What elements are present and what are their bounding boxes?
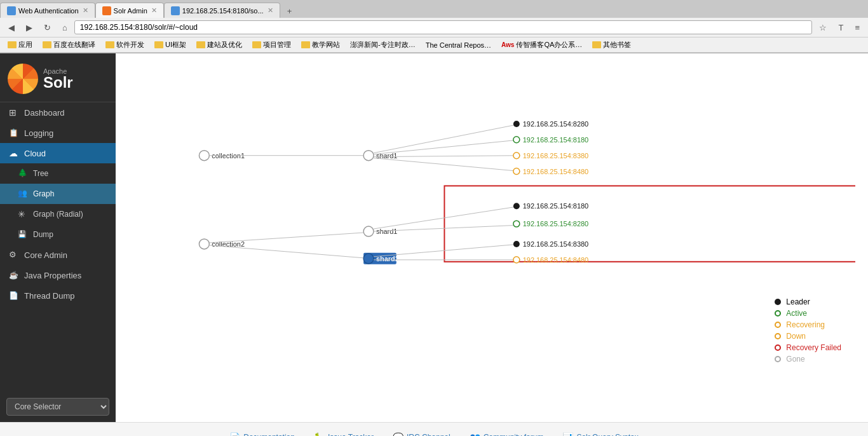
app-container: Apache Solr Dashboard Logging Cloud Tree — [0, 53, 868, 422]
threaddump-icon — [9, 290, 19, 301]
tab-close[interactable]: ✕ — [151, 6, 157, 15]
c2-shard1-node[interactable] — [363, 226, 374, 236]
star-button[interactable]: ☆ — [815, 21, 831, 34]
browser-toolbar: ◀ ▶ ↻ ⌂ ☆ T ≡ — [0, 18, 868, 37]
bookmark-build[interactable]: 建站及优化 — [193, 39, 246, 51]
bookmark-others[interactable]: 其他书签 — [588, 39, 635, 51]
dashboard-icon — [9, 107, 19, 118]
tab-label: Web Authentication — [18, 7, 79, 15]
tab-solr-url[interactable]: 192.168.25.154:8180/so... ✕ — [164, 3, 280, 18]
footer-community-label: Community forum — [484, 433, 544, 437]
query-icon: 📊 — [562, 432, 573, 437]
sidebar-item-tree[interactable]: Tree — [0, 163, 116, 184]
footer-link-documentation[interactable]: 📄 Documentation — [229, 432, 295, 437]
translate-button[interactable]: T — [834, 21, 848, 34]
sidebar-item-java-properties[interactable]: Java Properties — [0, 265, 116, 285]
home-button[interactable]: ⌂ — [58, 21, 72, 34]
footer-link-issue-tracker[interactable]: 🐛 Issue Tracker — [314, 432, 374, 437]
footer-link-community-forum[interactable]: 👥 Community forum — [470, 432, 544, 437]
core-selector[interactable]: Core Selector — [6, 398, 109, 416]
c1-s1-n3-dot — [513, 153, 520, 159]
c2-s2-n2-dot — [513, 257, 520, 263]
sidebar-item-label: Dashboard — [24, 108, 65, 118]
c1-s1-n1-dot — [513, 121, 520, 127]
new-tab-button[interactable]: + — [283, 4, 297, 18]
sidebar-item-logging[interactable]: Logging — [0, 123, 116, 143]
legend-dot-down — [775, 333, 781, 339]
bookmark-baidu[interactable]: 百度在线翻译 — [39, 39, 99, 51]
legend: Leader Active Recovering Down Recovery F… — [767, 292, 849, 371]
sidebar-item-thread-dump[interactable]: Thread Dump — [0, 285, 116, 306]
legend-label-down: Down — [786, 332, 806, 341]
main-content: collection1 shard1 192.168.25.154:8280 1… — [116, 53, 868, 422]
sidebar-item-cloud[interactable]: Cloud — [0, 143, 116, 163]
legend-label-active: Active — [786, 309, 807, 318]
c1-s1-n3-ip: 192.168.25.154:8380 — [523, 152, 588, 160]
legend-label-recovery-failed: Recovery Failed — [786, 343, 841, 352]
bookmark-apps[interactable]: 应用 — [4, 39, 36, 51]
collection2-node[interactable] — [199, 239, 209, 249]
bookmark-qa[interactable]: Aws 传智播客QA办公系… — [498, 39, 586, 51]
collection1-node[interactable] — [199, 151, 209, 161]
sidebar-item-label: Cloud — [24, 149, 46, 158]
folder-icon — [592, 41, 601, 48]
c2-s2-n2-ip: 192.168.25.154:8480 — [523, 256, 588, 264]
c2-to-shard2-line — [209, 245, 363, 258]
folder-icon — [301, 41, 310, 48]
c2-s1-n1-ip: 192.168.25.154:8180 — [523, 202, 588, 210]
c2-to-shard1-line — [209, 233, 363, 243]
browser-chrome: Web Authentication ✕ Solr Admin ✕ 192.16… — [0, 0, 868, 53]
sidebar-item-label: Core Admin — [24, 250, 67, 260]
sidebar: Apache Solr Dashboard Logging Cloud Tree — [0, 53, 116, 422]
tab-web-auth[interactable]: Web Authentication ✕ — [0, 3, 95, 18]
tab-close[interactable]: ✕ — [268, 6, 273, 15]
tree-icon — [18, 168, 28, 179]
folder-icon — [252, 41, 261, 48]
tab-close[interactable]: ✕ — [83, 6, 88, 15]
back-button[interactable]: ◀ — [4, 21, 19, 34]
bug-icon: 🐛 — [314, 432, 325, 437]
c1-s1-n2-ip: 192.168.25.154:8180 — [523, 136, 588, 144]
address-bar[interactable] — [74, 20, 813, 34]
legend-item-gone: Gone — [775, 355, 841, 364]
legend-label-gone: Gone — [786, 355, 804, 364]
c2-shard1-to-n1-line — [374, 206, 520, 229]
c2-s1-n2-dot — [513, 221, 520, 227]
browser-tabs: Web Authentication ✕ Solr Admin ✕ 192.16… — [0, 0, 868, 18]
logo-text: Apache Solr — [43, 67, 73, 90]
logo-solr: Solr — [43, 75, 73, 90]
cloud-icon — [9, 148, 19, 158]
legend-item-active: Active — [775, 309, 841, 318]
forward-button[interactable]: ▶ — [22, 21, 37, 34]
community-icon: 👥 — [470, 432, 480, 437]
sidebar-item-graph-radial[interactable]: Graph (Radial) — [0, 204, 116, 224]
footer-link-irc-channel[interactable]: 💬 IRC Channel — [393, 432, 451, 437]
menu-button[interactable]: ≡ — [850, 21, 864, 34]
bookmark-central[interactable]: The Central Repos… — [422, 40, 495, 50]
tab-solr-admin[interactable]: Solr Admin ✕ — [95, 3, 164, 18]
c2-shard2-node[interactable] — [363, 254, 374, 264]
reload-button[interactable]: ↻ — [39, 21, 55, 34]
legend-item-down: Down — [775, 332, 841, 341]
bookmark-ui[interactable]: UI框架 — [151, 39, 190, 51]
graph-icon — [18, 189, 28, 199]
shard1-to-n1-line — [374, 124, 520, 153]
legend-item-leader: Leader — [775, 297, 841, 306]
cloud-graph-svg: collection1 shard1 192.168.25.154:8280 1… — [128, 66, 855, 409]
sidebar-item-label: Graph — [33, 189, 54, 198]
folder-icon — [105, 41, 114, 48]
footer-link-solr-query-syntax[interactable]: 📊 Solr Query Syntax — [562, 432, 638, 437]
sidebar-item-dump[interactable]: Dump — [0, 224, 116, 245]
sidebar-item-graph[interactable]: Graph — [0, 184, 116, 204]
sidebar-item-dashboard[interactable]: Dashboard — [0, 102, 116, 123]
bookmark-news[interactable]: 澎湃新闻-专注时政… — [346, 39, 419, 51]
c1-shard1-node[interactable] — [363, 151, 374, 161]
bookmarks-bar: 应用 百度在线翻译 软件开发 UI框架 建站及优化 项目管理 教学网站 澎湃新闻… — [0, 37, 868, 53]
bookmark-software[interactable]: 软件开发 — [102, 39, 148, 51]
sidebar-item-core-admin[interactable]: Core Admin — [0, 245, 116, 265]
footer-documentation-label: Documentation — [243, 433, 295, 437]
c2-s2-n1-dot — [513, 241, 520, 247]
legend-item-recovery-failed: Recovery Failed — [775, 343, 841, 352]
bookmark-teaching[interactable]: 教学网站 — [297, 39, 344, 51]
bookmark-project[interactable]: 项目管理 — [248, 39, 295, 51]
